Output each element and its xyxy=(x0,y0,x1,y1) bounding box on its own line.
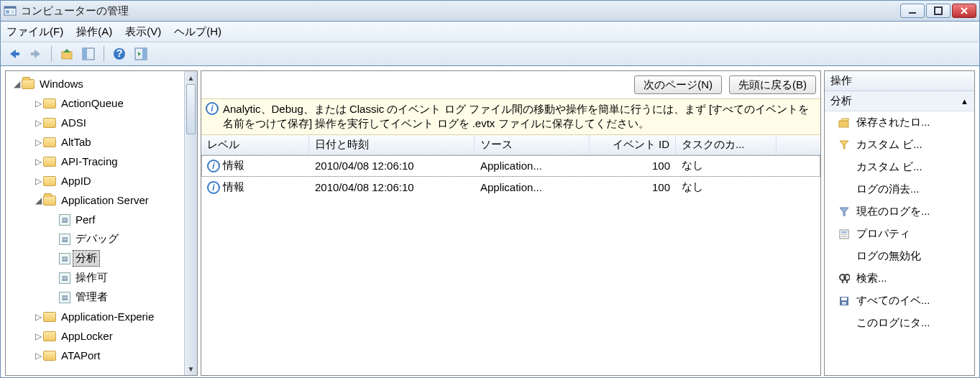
expand-icon[interactable]: ▷ xyxy=(33,351,43,361)
app-icon xyxy=(4,4,17,17)
next-page-button[interactable]: 次のページ(N) xyxy=(634,75,722,94)
actions-panel: 操作 分析 ▲ 保存されたロ...カスタム ビ...カスタム ビ...ログの消去… xyxy=(824,70,975,376)
tree-leaf[interactable]: ▤デバッグ xyxy=(6,229,184,249)
action-item[interactable]: カスタム ビ... xyxy=(825,134,974,156)
scroll-down-icon[interactable]: ▼ xyxy=(185,362,197,375)
forward-button[interactable] xyxy=(27,45,45,63)
cell-eventid: 100 xyxy=(590,181,676,193)
tree-label: AppLocker xyxy=(59,329,115,343)
tree-item[interactable]: ▷API-Tracing xyxy=(6,152,184,171)
cell-datetime: 2010/04/08 12:06:10 xyxy=(309,181,475,193)
scroll-thumb[interactable] xyxy=(186,84,196,134)
menu-action[interactable]: 操作(A) xyxy=(76,25,112,39)
minimize-button[interactable] xyxy=(900,4,925,18)
expand-icon[interactable]: ▷ xyxy=(33,137,43,147)
info-icon: i xyxy=(207,181,220,194)
folder-icon xyxy=(43,157,56,167)
action-item[interactable]: すべてのイベ... xyxy=(825,290,974,312)
svg-text:?: ? xyxy=(116,47,122,59)
log-icon: ▤ xyxy=(59,253,70,264)
action-item[interactable]: ログの無効化 xyxy=(825,245,974,267)
action-item[interactable]: このログにタ... xyxy=(825,312,974,334)
tree-item-windows[interactable]: ◢ Windows xyxy=(6,74,184,93)
tree-item[interactable]: ▷AltTab xyxy=(6,132,184,152)
expand-icon[interactable]: ▷ xyxy=(33,157,43,167)
action-item[interactable]: ログの消去... xyxy=(825,178,974,200)
grid-row[interactable]: i情報2010/04/08 12:06:10Application...100な… xyxy=(201,155,820,177)
tree-leaf[interactable]: ▤Perf xyxy=(6,210,184,229)
tree[interactable]: ◢ Windows ▷ActionQueue▷ADSI▷AltTab▷API-T… xyxy=(6,71,184,375)
cell-category: なし xyxy=(676,159,777,172)
action-label: 現在のログを... xyxy=(856,205,930,218)
up-button[interactable] xyxy=(58,45,76,63)
log-icon: ▤ xyxy=(59,234,70,245)
tree-leaf[interactable]: ▤操作可 xyxy=(6,268,184,287)
menu-help[interactable]: ヘルプ(H) xyxy=(174,25,221,39)
action-label: ログの消去... xyxy=(856,183,920,196)
action-item[interactable]: プロパティ xyxy=(825,223,974,245)
tree-item[interactable]: ▷AppLocker xyxy=(6,326,184,346)
tree-item[interactable]: ▷ATAPort xyxy=(6,346,184,365)
cell-category: なし xyxy=(676,180,777,194)
tree-scrollbar[interactable]: ▲ ▼ xyxy=(184,71,197,375)
event-list-panel: 次のページ(N) 先頭に戻る(B) i Analytic、Debug、または C… xyxy=(201,70,821,376)
help-button[interactable]: ? xyxy=(110,45,129,63)
col-header-eventid[interactable]: イベント ID xyxy=(590,135,676,155)
tree-panel: ◢ Windows ▷ActionQueue▷ADSI▷AltTab▷API-T… xyxy=(5,70,198,376)
expand-icon[interactable]: ▷ xyxy=(33,312,43,322)
scroll-up-icon[interactable]: ▲ xyxy=(185,71,197,84)
tree-label: Application-Experie xyxy=(59,310,156,323)
tree-leaf[interactable]: ▤分析 xyxy=(6,249,184,268)
svg-rect-19 xyxy=(841,236,847,237)
cell-level: i情報 xyxy=(201,159,309,172)
action-item[interactable]: カスタム ビ... xyxy=(825,156,974,178)
tree-label: Application Server xyxy=(59,193,151,207)
action-item[interactable]: 現在のログを... xyxy=(825,200,974,223)
action-label: カスタム ビ... xyxy=(856,160,922,174)
tree-leaf[interactable]: ▤管理者 xyxy=(6,287,184,307)
col-header-source[interactable]: ソース xyxy=(475,135,590,155)
expand-icon[interactable]: ▷ xyxy=(33,118,43,128)
col-header-level[interactable]: レベル xyxy=(201,135,309,155)
folder-open-icon xyxy=(43,195,56,206)
svg-rect-1 xyxy=(4,6,16,9)
col-header-datetime[interactable]: 日付と時刻 xyxy=(309,135,475,155)
menu-view[interactable]: 表示(V) xyxy=(125,25,161,39)
col-header-category[interactable]: タスクのカ... xyxy=(676,135,777,155)
svg-rect-4 xyxy=(909,12,916,14)
tree-item[interactable]: ▷Application-Experie xyxy=(6,307,184,326)
tree-item[interactable]: ▷ADSI xyxy=(6,113,184,132)
tree-item[interactable]: ▷ActionQueue xyxy=(6,93,184,113)
svg-rect-10 xyxy=(83,48,87,60)
actions-group-label: 分析 xyxy=(830,94,852,108)
expand-icon[interactable]: ▷ xyxy=(33,331,43,341)
svg-rect-6 xyxy=(14,52,19,55)
folder-icon xyxy=(43,176,56,186)
svg-rect-14 xyxy=(142,48,147,60)
main-area: ◢ Windows ▷ActionQueue▷ADSI▷AltTab▷API-T… xyxy=(0,66,980,378)
back-button[interactable] xyxy=(5,45,24,63)
tree-item[interactable]: ▷AppID xyxy=(6,171,184,190)
collapse-icon[interactable]: ▲ xyxy=(961,97,968,106)
collapse-icon[interactable]: ◢ xyxy=(12,79,22,89)
tree-item-application-server[interactable]: ◢ Application Server xyxy=(6,190,184,210)
svg-rect-3 xyxy=(11,10,14,14)
grid-row[interactable]: i情報2010/04/08 12:06:10Application...100な… xyxy=(201,177,820,198)
show-hide-tree-button[interactable] xyxy=(79,45,98,63)
close-button[interactable] xyxy=(952,4,976,18)
svg-rect-5 xyxy=(935,7,942,14)
search-icon xyxy=(838,272,851,285)
action-label: すべてのイベ... xyxy=(856,294,930,308)
collapse-icon[interactable]: ◢ xyxy=(33,195,43,206)
maximize-button[interactable] xyxy=(926,4,951,18)
action-item[interactable]: 検索... xyxy=(825,267,974,290)
back-to-top-button[interactable]: 先頭に戻る(B) xyxy=(729,75,816,94)
blank-icon xyxy=(838,183,851,196)
tree-label: AppID xyxy=(59,174,93,188)
actions-group-header[interactable]: 分析 ▲ xyxy=(825,91,974,111)
action-item[interactable]: 保存されたロ... xyxy=(825,111,974,134)
show-hide-actions-button[interactable] xyxy=(132,45,150,63)
menu-file[interactable]: ファイル(F) xyxy=(6,25,63,39)
expand-icon[interactable]: ▷ xyxy=(33,176,43,186)
expand-icon[interactable]: ▷ xyxy=(33,98,43,109)
